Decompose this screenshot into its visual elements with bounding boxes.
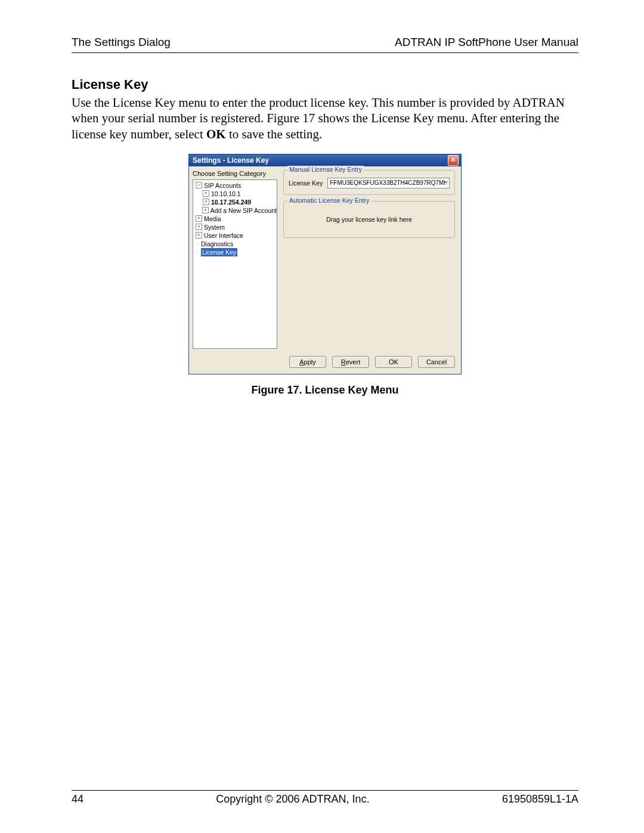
header-left: The Settings Dialog <box>72 36 171 49</box>
tree-dot-icon: · <box>196 248 199 256</box>
tree-sip-accounts[interactable]: − SIP Accounts <box>196 181 277 190</box>
license-key-input[interactable] <box>327 178 450 188</box>
tree-media[interactable]: + Media <box>196 215 277 223</box>
tree-dot-icon: · <box>196 240 199 248</box>
footer-copyright: Copyright © 2006 ADTRAN, Inc. <box>216 793 369 806</box>
sidebar-title: Choose Setting Category <box>193 170 277 177</box>
tree-system[interactable]: + System <box>196 223 277 231</box>
revert-button[interactable]: Revert <box>332 356 369 368</box>
paragraph-bold-ok: OK <box>206 127 226 141</box>
paragraph-text-2: to save the setting. <box>226 127 323 141</box>
tree-license-key[interactable]: · License Key <box>196 248 277 256</box>
category-tree[interactable]: − SIP Accounts + 10.10.10.1 + 10.17.254.… <box>193 179 277 349</box>
manual-entry-group: Manual License Key Entry License Key <box>283 170 455 195</box>
minus-icon: − <box>196 182 202 188</box>
tree-user-interface[interactable]: + User Interface <box>196 231 277 240</box>
footer-page-number: 44 <box>72 793 83 806</box>
auto-drop-hint[interactable]: Drag your license key link here <box>289 208 450 231</box>
section-heading: License Key <box>72 77 578 92</box>
plus-icon: + <box>202 207 208 213</box>
footer-doc-number: 61950859L1-1A <box>502 793 578 806</box>
tree-ip-1[interactable]: + 10.10.10.1 <box>196 190 277 198</box>
header-right: ADTRAN IP SoftPhone User Manual <box>395 36 578 49</box>
cancel-button[interactable]: Cancel <box>418 356 455 368</box>
manual-group-label: Manual License Key Entry <box>287 166 364 173</box>
settings-dialog: Settings - License Key × Choose Setting … <box>188 154 462 374</box>
tree-add-sip[interactable]: + Add a New SIP Account <box>196 206 277 215</box>
apply-button[interactable]: Apply <box>289 356 326 368</box>
dialog-titlebar: Settings - License Key × <box>189 154 461 166</box>
section-paragraph: Use the License Key menu to enter the pr… <box>72 95 578 142</box>
running-header: The Settings Dialog ADTRAN IP SoftPhone … <box>72 36 578 53</box>
dialog-button-row: Apply Revert OK Cancel <box>189 351 461 374</box>
auto-group-label: Automatic License Key Entry <box>287 197 371 204</box>
ok-button[interactable]: OK <box>375 356 412 368</box>
tree-diagnostics[interactable]: · Diagnostics <box>196 240 277 248</box>
dialog-title: Settings - License Key <box>193 156 269 165</box>
page-footer: 44 Copyright © 2006 ADTRAN, Inc. 6195085… <box>72 790 578 806</box>
plus-icon: + <box>196 215 202 222</box>
plus-icon: + <box>196 232 202 239</box>
auto-entry-group: Automatic License Key Entry Drag your li… <box>283 201 455 238</box>
license-key-label: License Key <box>289 179 323 187</box>
plus-icon: + <box>203 199 209 205</box>
plus-icon: + <box>203 190 209 197</box>
close-icon[interactable]: × <box>448 155 459 166</box>
plus-icon: + <box>196 224 202 230</box>
tree-ip-2[interactable]: + 10.17.254.249 <box>196 198 277 206</box>
figure-caption: Figure 17. License Key Menu <box>72 384 578 397</box>
